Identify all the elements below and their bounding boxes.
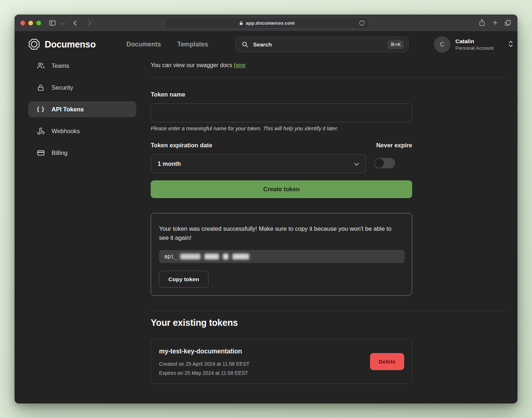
sidebar-item-webhooks[interactable]: Webhooks <box>28 123 136 139</box>
redacted-token-segment <box>223 254 228 259</box>
url-text: app.documenso.com <box>245 20 295 26</box>
token-expires-date: Expires on 25 May 2024 at 11:58 EEST <box>159 370 248 376</box>
account-type: Personal Account <box>455 45 508 51</box>
token-name-help: Please enter a meaningful name for your … <box>151 126 338 131</box>
webhook-icon <box>36 127 45 135</box>
reload-icon[interactable] <box>359 20 365 27</box>
existing-tokens-heading: Your existing tokens <box>151 317 238 328</box>
tabs-icon[interactable] <box>504 19 511 26</box>
sidebar-item-api-tokens[interactable]: { } API Tokens <box>28 101 136 117</box>
api-tokens-panel: You can view our swagger docs here Token… <box>151 58 505 403</box>
lock-icon <box>36 84 45 91</box>
sidebar-item-security[interactable]: Security <box>28 79 136 95</box>
users-icon <box>36 62 45 70</box>
address-bar[interactable]: app.documenso.com <box>165 17 369 29</box>
create-token-button[interactable]: Create token <box>151 180 412 198</box>
delete-token-button[interactable]: Delete <box>370 353 404 370</box>
expiration-selected-value: 1 month <box>158 160 181 167</box>
sidebar-item-teams[interactable]: Teams <box>28 58 136 74</box>
token-prefix: api_ <box>164 253 177 260</box>
redacted-token-segment <box>204 254 219 259</box>
sidebar-item-label: Billing <box>52 149 68 156</box>
sidebar-item-label: Webhooks <box>52 128 80 135</box>
redacted-token-segment <box>232 254 249 259</box>
forward-icon[interactable] <box>86 20 93 26</box>
token-name-input[interactable] <box>151 103 412 122</box>
account-name: Catalin <box>455 38 508 45</box>
sidebar-item-label: Teams <box>52 62 69 69</box>
copy-token-button[interactable]: Copy token <box>159 271 208 288</box>
chevron-down-icon[interactable] <box>61 22 65 25</box>
back-icon[interactable] <box>72 20 79 26</box>
search-icon <box>241 41 248 48</box>
swagger-docs-note: You can view our swagger docs here <box>151 62 245 69</box>
search-placeholder: Search <box>253 41 387 48</box>
swagger-docs-link[interactable]: here <box>234 62 245 68</box>
settings-sidebar: Teams Security { } API Tokens Webhooks B… <box>28 58 136 167</box>
close-window-button[interactable] <box>20 21 25 25</box>
chevron-up-down-icon <box>508 40 513 49</box>
token-card: my-test-key-documentation Created on 25 … <box>151 339 412 384</box>
sidebar-item-billing[interactable]: Billing <box>28 145 136 161</box>
never-expire-toggle[interactable] <box>374 158 395 168</box>
nav-templates[interactable]: Templates <box>177 41 208 48</box>
new-tab-icon[interactable] <box>492 19 499 26</box>
expiration-select[interactable]: 1 month <box>151 154 366 173</box>
nav-documents[interactable]: Documents <box>126 41 161 48</box>
brand-name: Documenso <box>45 39 96 50</box>
never-expire-label: Never expire <box>320 142 412 149</box>
divider <box>151 311 505 311</box>
divider <box>151 77 505 78</box>
sidebar-item-label: API Tokens <box>52 106 84 113</box>
search-input[interactable]: Search ⌘+K <box>235 37 409 52</box>
browser-window: app.documenso.com Documenso Documen <box>15 15 517 403</box>
avatar: C <box>434 36 450 53</box>
lock-icon <box>239 21 243 26</box>
traffic-lights <box>20 21 41 25</box>
app-header: Documenso Documents Templates Search ⌘+K… <box>15 32 517 58</box>
sidebar-toggle-icon[interactable] <box>49 19 56 27</box>
brand[interactable]: Documenso <box>28 38 96 51</box>
search-shortcut-badge: ⌘+K <box>387 40 404 49</box>
braces-icon: { } <box>36 106 45 113</box>
minimize-window-button[interactable] <box>28 21 33 25</box>
token-created-date: Created on 25 April 2024 at 11:58 EEST <box>159 361 249 367</box>
token-created-message: Your token was created successfully! Mak… <box>159 224 402 242</box>
token-name-label: Token name <box>151 91 185 98</box>
zoom-window-button[interactable] <box>36 21 41 25</box>
browser-toolbar: app.documenso.com <box>15 15 517 32</box>
documenso-logo-icon <box>28 38 41 51</box>
share-icon[interactable] <box>479 19 486 26</box>
token-value-field[interactable]: api_ <box>159 250 405 263</box>
chevron-down-icon <box>354 160 359 167</box>
swagger-text: You can view our swagger docs <box>151 62 234 68</box>
token-expiration-label: Token expiration date <box>151 142 212 149</box>
token-created-alert: Your token was created successfully! Mak… <box>151 213 412 296</box>
account-menu[interactable]: C Catalin Personal Account <box>434 36 513 53</box>
credit-card-icon <box>36 149 45 157</box>
redacted-token-segment <box>180 254 200 259</box>
redacted-token <box>180 254 249 259</box>
token-name: my-test-key-documentation <box>159 348 242 355</box>
toggle-knob <box>375 159 384 168</box>
sidebar-item-label: Security <box>52 84 73 91</box>
